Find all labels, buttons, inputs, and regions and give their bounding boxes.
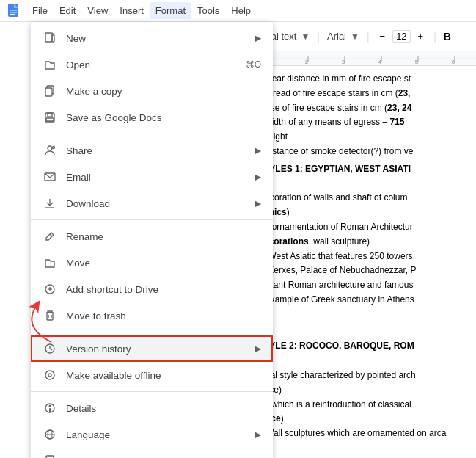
menu-item-share[interactable]: Share ▶ (31, 137, 273, 164)
doc-line-20: 14. Wall sculptures which are ornamented… (251, 426, 467, 441)
toolbar-divider-1: | (317, 31, 320, 43)
svg-rect-13 (46, 118, 54, 121)
svg-rect-11 (45, 113, 54, 122)
svg-text:2: 2 (305, 59, 309, 65)
download-arrow: ▶ (255, 198, 261, 208)
save-icon (43, 110, 57, 125)
menu-item-move-label: Move (66, 258, 261, 269)
menu-item-version-history-label: Version history (66, 344, 249, 355)
menu-file[interactable]: File (26, 2, 54, 19)
doc-blank-2 (251, 322, 467, 337)
menu-item-save-as[interactable]: Save as Google Docs (31, 104, 273, 131)
svg-text:6: 6 (452, 59, 455, 65)
bold-button[interactable]: B (444, 31, 451, 43)
menu-item-make-copy-label: Make a copy (66, 86, 261, 97)
menu-item-rename[interactable]: Rename (31, 223, 273, 250)
offline-icon (43, 368, 57, 382)
move-icon (43, 255, 57, 270)
doc-line-5: ail Height (251, 130, 467, 145)
toolbar-font-selector[interactable]: Arial (327, 31, 346, 42)
doc-content: um clear distance in mm of fire escape s… (242, 66, 476, 458)
shortcut-icon (43, 282, 57, 297)
version-history-arrow: ▶ (255, 344, 261, 354)
svg-line-20 (50, 234, 52, 236)
doc-line-12: e of Xerxes, Palace of Nebuchadnezzar, P (251, 263, 467, 278)
svg-rect-4 (10, 12, 17, 13)
language-arrow: ▶ (255, 429, 261, 440)
menu-item-email-label: Email (66, 172, 249, 183)
menu-insert[interactable]: Insert (114, 2, 150, 19)
doc-line-8: glyphics) (251, 206, 467, 220)
doc-line-11: e of West Asiatic that features 250 towe… (251, 250, 467, 264)
menu-item-open[interactable]: Open ⌘O (31, 51, 273, 78)
font-size-increase[interactable]: + (415, 29, 427, 43)
menu-tools[interactable]: Tools (191, 2, 225, 19)
svg-rect-3 (10, 10, 17, 11)
menu-view[interactable]: View (81, 2, 114, 19)
doc-heading-2: _ STYLE 2: ROCOCO, BAROQUE, ROM (251, 339, 467, 354)
menu-item-language-label: Language (66, 429, 249, 440)
svg-text:3: 3 (342, 59, 345, 65)
docs-logo[interactable] (3, 1, 23, 21)
menu-format[interactable]: Format (150, 2, 191, 19)
svg-point-30 (49, 405, 51, 407)
toolbar-style-arrow: ▼ (301, 32, 310, 42)
divider-3 (31, 332, 273, 332)
menu-item-move-trash[interactable]: Move to trash (31, 302, 273, 329)
page-setup-icon (43, 454, 57, 458)
menu-item-page-setup[interactable]: Page setup (31, 448, 273, 458)
menu-item-make-copy[interactable]: Make a copy (31, 78, 273, 104)
toolbar-divider-3: | (433, 31, 436, 43)
doc-heading-1: _ STYLES 1: EGYPTIAN, WEST ASIATI (251, 162, 467, 177)
menu-item-make-available[interactable]: Make available offline (31, 362, 273, 388)
divider-1 (31, 134, 273, 134)
menu-item-add-shortcut[interactable]: Add shortcut to Drive (31, 276, 273, 302)
menu-bar: File Edit View Insert Format Tools Help (0, 0, 476, 22)
open-icon (43, 57, 57, 72)
language-icon (43, 427, 57, 442)
doc-line-16: ectural style characterized by pointed a… (251, 368, 467, 383)
svg-rect-6 (45, 33, 52, 42)
download-icon (43, 196, 57, 211)
menu-item-download-label: Download (66, 198, 249, 209)
version-history-icon (43, 341, 57, 356)
doc-line-9: ative ornamentation of Roman Architectur (251, 220, 467, 235)
svg-line-16 (51, 148, 53, 149)
menu-item-download[interactable]: Download ▶ (31, 190, 273, 217)
share-arrow: ▶ (255, 145, 261, 156)
doc-line-7: al decoration of walls and shaft of colu… (251, 191, 467, 206)
svg-text:4: 4 (378, 59, 382, 65)
toolbar-font-arrow: ▼ (351, 32, 359, 42)
font-size-value[interactable]: 12 (392, 30, 410, 43)
svg-rect-10 (45, 88, 52, 96)
divider-2 (31, 219, 273, 220)
ruler-ticks: 1 2 3 4 5 6 7 (242, 53, 476, 65)
menu-item-language[interactable]: Language ▶ (31, 421, 273, 448)
menu-item-rename-label: Rename (66, 231, 261, 242)
menu-item-save-as-label: Save as Google Docs (66, 112, 261, 123)
divider-4 (31, 391, 273, 392)
font-size-decrease[interactable]: − (377, 29, 389, 43)
new-icon (43, 31, 57, 46)
doc-line-6: um distance of smoke detector(?) from ve (251, 145, 467, 159)
svg-rect-5 (10, 14, 15, 15)
doc-line-3: um rise of fire escape stairs in cm (23,… (251, 101, 467, 116)
menu-item-details[interactable]: Details (31, 395, 273, 421)
menu-item-version-history[interactable]: Version history ▶ (31, 335, 273, 362)
doc-line-14: me example of Greek sanctuary in Athens (251, 293, 467, 308)
doc-line-17: ssance) (251, 383, 467, 398)
toolbar-divider-2: | (367, 31, 370, 43)
menu-item-email[interactable]: Email ▶ (31, 164, 273, 190)
menu-help[interactable]: Help (225, 2, 257, 19)
share-icon (43, 143, 57, 158)
menu-edit[interactable]: Edit (54, 2, 81, 19)
svg-rect-12 (48, 113, 52, 117)
doc-line-13: mportant Roman architecture and famous (251, 278, 467, 293)
new-arrow: ▶ (255, 33, 261, 43)
open-shortcut: ⌘O (246, 59, 261, 70)
doc-blank-3 (251, 354, 467, 368)
menu-item-new[interactable]: New ▶ (31, 25, 273, 51)
doc-line-18: style which is a reintroduction of class… (251, 398, 467, 412)
menu-item-move[interactable]: Move (31, 250, 273, 276)
doc-blank-1 (251, 177, 467, 192)
